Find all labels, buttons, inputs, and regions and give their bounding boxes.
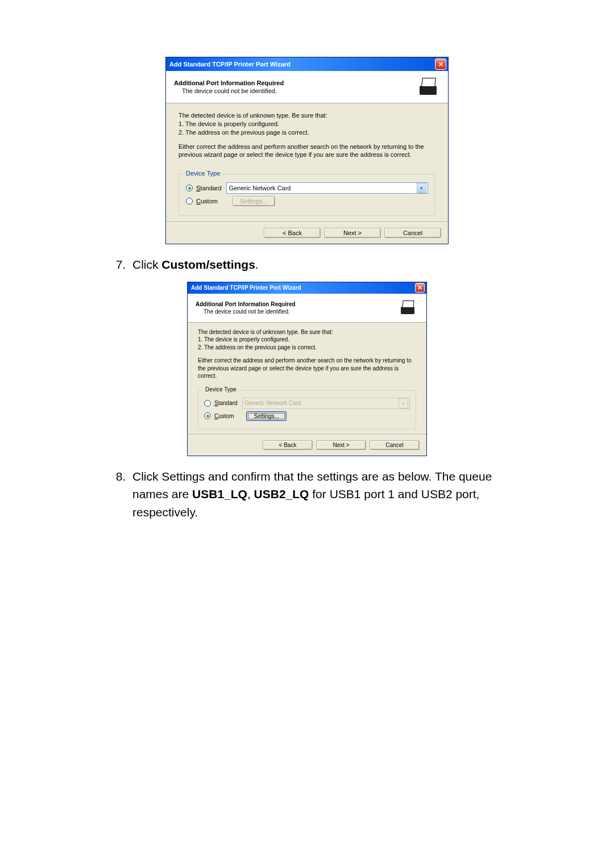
settings-button: Settings... [233, 196, 275, 206]
titlebar[interactable]: Add Standard TCP/IP Printer Port Wizard … [188, 282, 426, 294]
custom-radio-row[interactable]: Custom Settings... [186, 196, 428, 206]
wizard-header: Additional Port Information Required The… [188, 294, 426, 323]
step-8: Click Settings and confirm that the sett… [129, 468, 515, 521]
detect-item-2: 2. The address on the previous page is c… [198, 344, 416, 352]
printer-icon [398, 299, 418, 316]
header-subtitle: The device could not be identified. [174, 87, 284, 94]
header-subtitle: The device could not be identified. [196, 308, 296, 315]
step-7: Click Custom/settings. [129, 256, 515, 274]
standard-radio-row[interactable]: Standard Generic Network Card ▾ [204, 398, 410, 409]
detect-para: Either correct the address and perform a… [198, 357, 416, 380]
header-title: Additional Port Information Required [174, 80, 284, 86]
settings-button[interactable]: Settings... [246, 411, 286, 421]
header-text: Additional Port Information Required The… [196, 301, 296, 315]
detect-item-1: 1. The device is properly configured. [198, 336, 416, 344]
dialog-body: The detected device is of unknown type. … [188, 323, 426, 434]
titlebar[interactable]: Add Standard TCP/IP Printer Port Wizard … [166, 57, 448, 71]
radio-standard[interactable] [204, 400, 211, 407]
detect-line: The detected device is of unknown type. … [179, 111, 435, 120]
dialog-footer: < Back Next > Cancel [166, 222, 448, 244]
detect-line: The detected device is of unknown type. … [198, 328, 416, 336]
wizard-dialog-1: Add Standard TCP/IP Printer Port Wizard … [165, 57, 449, 244]
device-type-group: Device Type Standard Generic Network Car… [198, 390, 416, 429]
step-list: Click Custom/settings. [99, 256, 515, 274]
header-text: Additional Port Information Required The… [174, 80, 284, 94]
cancel-button[interactable]: Cancel [370, 440, 420, 450]
select-value: Generic Network Card [245, 400, 301, 406]
step-list-2: Click Settings and confirm that the sett… [99, 468, 515, 521]
wizard-header: Additional Port Information Required The… [166, 71, 448, 103]
radio-custom[interactable] [204, 412, 211, 419]
select-value: Generic Network Card [229, 185, 291, 191]
standard-label: Standard [214, 400, 238, 406]
cancel-button[interactable]: Cancel [384, 228, 441, 238]
radio-standard[interactable] [186, 185, 193, 191]
close-icon[interactable]: ✕ [435, 59, 446, 70]
detect-para: Either correct the address and perform a… [179, 143, 435, 160]
chevron-down-icon: ▾ [399, 398, 408, 408]
detect-text: The detected device is of unknown type. … [198, 328, 416, 352]
back-button[interactable]: < Back [263, 440, 313, 450]
next-button[interactable]: Next > [316, 440, 366, 450]
dialog-body: The detected device is of unknown type. … [166, 103, 448, 222]
close-icon[interactable]: ✕ [415, 283, 425, 293]
window-title: Add Standard TCP/IP Printer Port Wizard [191, 285, 301, 291]
device-type-group: Device Type Standard Generic Network Car… [179, 174, 435, 216]
device-type-legend: Device Type [203, 386, 239, 393]
device-type-legend: Device Type [184, 170, 222, 177]
back-button[interactable]: < Back [264, 228, 321, 238]
detect-item-2: 2. The address on the previous page is c… [179, 128, 435, 137]
custom-label: Custom [196, 198, 218, 205]
printer-icon [416, 77, 440, 97]
device-type-select[interactable]: Generic Network Card ▾ [226, 182, 428, 194]
custom-radio-row[interactable]: Custom Settings... [204, 411, 410, 421]
detect-text: The detected device is of unknown type. … [179, 111, 435, 137]
standard-label: Standard [196, 185, 222, 191]
wizard-dialog-2: Add Standard TCP/IP Printer Port Wizard … [187, 282, 427, 456]
next-button[interactable]: Next > [324, 228, 381, 238]
detect-item-1: 1. The device is properly configured. [179, 120, 435, 128]
standard-radio-row[interactable]: Standard Generic Network Card ▾ [186, 182, 428, 194]
header-title: Additional Port Information Required [196, 301, 296, 307]
window-title: Add Standard TCP/IP Printer Port Wizard [169, 61, 291, 68]
dialog-footer: < Back Next > Cancel [188, 434, 426, 456]
custom-label: Custom [214, 413, 234, 419]
radio-custom[interactable] [186, 198, 193, 205]
device-type-select: Generic Network Card ▾ [242, 398, 410, 409]
chevron-down-icon[interactable]: ▾ [417, 183, 426, 193]
